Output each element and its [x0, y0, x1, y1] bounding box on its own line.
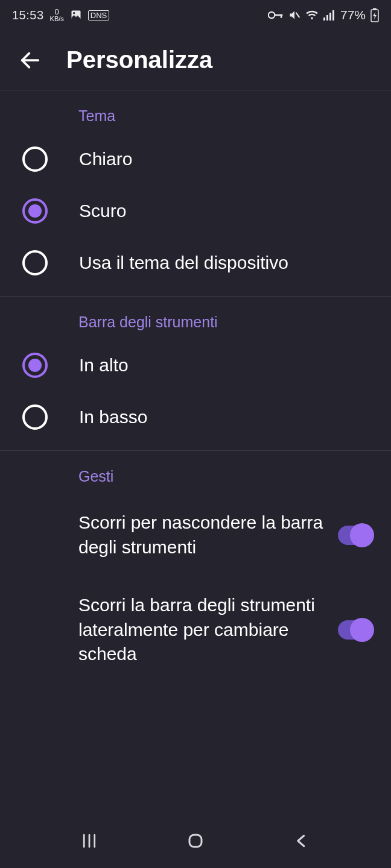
clock: 15:53 — [12, 8, 44, 22]
page-title: Personalizza — [66, 46, 212, 74]
vpn-key-icon — [268, 10, 284, 20]
radio-theme-dark[interactable]: Scuro — [0, 185, 391, 237]
svg-rect-16 — [189, 835, 202, 847]
svg-rect-9 — [332, 10, 334, 20]
radio-theme-device[interactable]: Usa il tema del dispositivo — [0, 237, 391, 289]
toggle-swipe-tabs[interactable]: Scorri la barra degli strumenti lateralm… — [0, 576, 391, 684]
battery-icon — [370, 8, 379, 22]
dns-badge: DNS — [88, 10, 109, 20]
svg-point-1 — [73, 12, 75, 14]
toggle-hide-toolbar[interactable]: Scorri per nascondere la barra degli str… — [0, 494, 391, 576]
svg-point-2 — [269, 12, 275, 18]
network-speed: 0 KB/s — [50, 8, 64, 22]
battery-percentage: 77% — [340, 8, 366, 22]
app-bar: Personalizza — [0, 30, 391, 90]
nav-home-icon[interactable] — [177, 829, 214, 853]
radio-toolbar-top[interactable]: In alto — [0, 339, 391, 391]
radio-label: Usa il tema del dispositivo — [79, 253, 288, 273]
svg-rect-6 — [323, 17, 325, 20]
radio-label: Chiaro — [79, 149, 132, 169]
radio-toolbar-bottom[interactable]: In basso — [0, 391, 391, 443]
toggle-label: Scorri la barra degli strumenti lateralm… — [78, 593, 326, 667]
radio-icon — [22, 404, 48, 430]
nav-recents-icon[interactable] — [71, 829, 107, 853]
status-right: 77% — [268, 8, 379, 22]
svg-rect-4 — [281, 14, 282, 18]
status-left: 15:53 0 KB/s DNS — [12, 8, 109, 22]
image-icon — [70, 9, 82, 21]
section-header-gestures: Gesti — [0, 451, 391, 494]
svg-line-5 — [296, 13, 299, 17]
wifi-icon — [305, 10, 319, 20]
section-header-toolbar: Barra degli strumenti — [0, 297, 391, 339]
radio-icon — [22, 146, 48, 172]
radio-icon — [22, 198, 48, 224]
radio-icon — [22, 353, 48, 378]
back-icon[interactable] — [18, 48, 42, 72]
signal-icon — [323, 10, 335, 20]
toggle-label: Scorri per nascondere la barra degli str… — [78, 511, 326, 559]
svg-rect-11 — [373, 8, 377, 10]
status-bar: 15:53 0 KB/s DNS 77% — [0, 0, 391, 30]
radio-label: In basso — [79, 407, 147, 427]
mute-icon — [288, 9, 300, 21]
radio-label: Scuro — [79, 201, 126, 221]
svg-rect-8 — [329, 13, 331, 20]
toggle-switch[interactable] — [338, 620, 373, 640]
radio-theme-light[interactable]: Chiaro — [0, 133, 391, 185]
section-header-theme: Tema — [0, 90, 391, 133]
nav-back-icon[interactable] — [284, 829, 320, 853]
radio-icon — [22, 250, 48, 275]
svg-rect-7 — [326, 15, 328, 20]
nav-bar — [0, 820, 391, 868]
radio-label: In alto — [79, 355, 129, 376]
toggle-switch[interactable] — [338, 526, 373, 545]
